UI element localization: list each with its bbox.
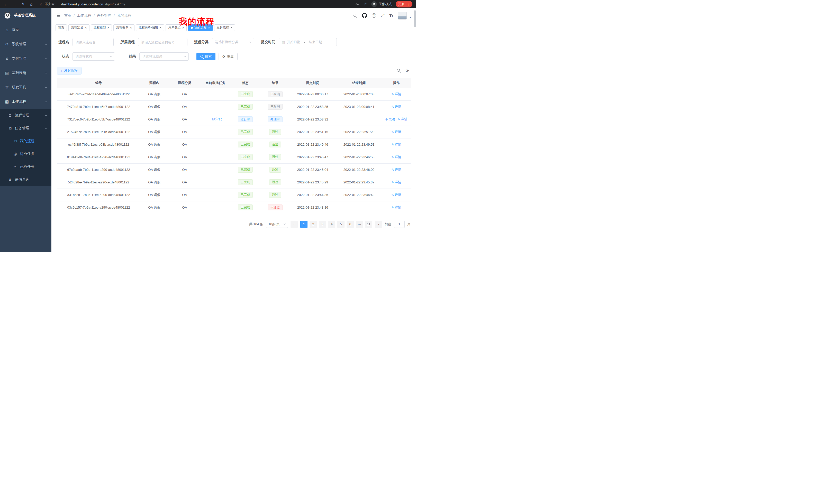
cell-current-task: 一级审批 bbox=[201, 113, 230, 125]
menu-dots-icon[interactable]: ⋮ bbox=[407, 2, 410, 6]
search-icon[interactable] bbox=[354, 14, 357, 18]
row-action-cancel[interactable]: ⊘取消 bbox=[385, 117, 395, 121]
forward-icon[interactable]: → bbox=[12, 2, 17, 6]
create-process-button[interactable]: + 发起流程 bbox=[57, 67, 81, 75]
pager-page-2[interactable]: 2 bbox=[310, 221, 317, 228]
status-tag: 已完成 bbox=[238, 91, 253, 97]
sidebar-item-leave-query[interactable]: ♟请假查询 bbox=[0, 173, 51, 186]
status-select[interactable]: 请选择状态 bbox=[73, 52, 115, 61]
close-icon[interactable]: × bbox=[208, 26, 210, 29]
sidebar-item-devtools[interactable]: ⚒研发工具 bbox=[0, 80, 51, 94]
table-refresh-icon[interactable]: ⟳ bbox=[406, 68, 409, 73]
tab-process-definition[interactable]: 流程定义× bbox=[69, 24, 89, 31]
row-action-detail[interactable]: ✎详情 bbox=[391, 92, 401, 96]
sidebar-item-workflow[interactable]: ▦工作流程 bbox=[0, 94, 51, 109]
sidebar-item-task-manage[interactable]: ⧉任务管理 bbox=[0, 122, 51, 135]
row-action-detail[interactable]: ✎详情 bbox=[391, 105, 401, 109]
pager-page-6[interactable]: 6 bbox=[346, 221, 354, 228]
row-action-detail[interactable]: ✎详情 bbox=[391, 130, 401, 134]
goto-page-input[interactable] bbox=[394, 221, 405, 228]
help-icon[interactable]: ? bbox=[372, 13, 376, 18]
pager-page-5[interactable]: 5 bbox=[337, 221, 344, 228]
next-page-button[interactable]: › bbox=[375, 221, 382, 228]
process-definition-input[interactable] bbox=[138, 38, 187, 46]
row-action-detail[interactable]: ✎详情 bbox=[398, 117, 408, 121]
prev-page-button[interactable]: ‹ bbox=[290, 221, 298, 228]
row-action-detail[interactable]: ✎详情 bbox=[391, 193, 401, 197]
avatar[interactable] bbox=[398, 12, 407, 20]
tab-user-group[interactable]: 用户分组× bbox=[165, 24, 187, 31]
address-bar[interactable]: ⚠ 不安全 dashboard.yudao.iocoder.cn/bpm/tas… bbox=[37, 1, 351, 7]
font-size-icon[interactable]: TT bbox=[389, 13, 393, 18]
row-action-detail[interactable]: ✎详情 bbox=[391, 180, 401, 185]
sidebar-collapse-icon[interactable]: ☰ bbox=[57, 13, 60, 18]
edit-icon: ✎ bbox=[391, 168, 394, 172]
tab-process-form[interactable]: 流程表单× bbox=[113, 24, 134, 31]
sidebar-item-label: 工作流程 bbox=[12, 100, 26, 104]
close-icon[interactable]: × bbox=[231, 26, 233, 29]
sidebar-item-payment-manage[interactable]: ¥支付管理 bbox=[0, 51, 51, 66]
close-icon[interactable]: × bbox=[182, 26, 184, 29]
cell-id: 3ad174fb-7b9d-11ec-8404-acde48001122 bbox=[57, 88, 140, 101]
result-tag: 处理中 bbox=[268, 116, 283, 122]
process-category-select[interactable]: 请选择流程分类 bbox=[212, 38, 254, 46]
pager-page-3[interactable]: 3 bbox=[319, 221, 326, 228]
process-name-input[interactable] bbox=[73, 38, 114, 46]
breadcrumb-item[interactable]: 首页 bbox=[64, 13, 71, 18]
sidebar-item-my-process[interactable]: ✉我的流程 bbox=[0, 135, 51, 147]
caret-down-icon[interactable]: ▾ bbox=[410, 16, 411, 19]
current-task-link[interactable]: 一级审批 bbox=[209, 117, 222, 121]
sidebar-item-home[interactable]: ⌂首页 bbox=[0, 23, 51, 37]
fullscreen-icon[interactable]: ⤢ bbox=[381, 13, 385, 18]
cell-current-task bbox=[201, 176, 230, 189]
submit-time-range-picker[interactable]: ▦ 开始日期 - 结束日期 bbox=[279, 38, 337, 46]
chevron-down-icon bbox=[110, 55, 112, 57]
sidebar-item-infrastructure[interactable]: ▤基础设施 bbox=[0, 66, 51, 80]
row-action-detail[interactable]: ✎详情 bbox=[391, 142, 401, 147]
home-icon[interactable]: ⌂ bbox=[29, 2, 34, 6]
row-action-detail[interactable]: ✎详情 bbox=[391, 167, 401, 172]
table-search-icon[interactable] bbox=[397, 69, 400, 73]
close-icon[interactable]: × bbox=[85, 26, 87, 29]
tab-home[interactable]: 首页 bbox=[55, 24, 67, 31]
status-tag: 已完成 bbox=[238, 192, 253, 198]
row-action-detail[interactable]: ✎详情 bbox=[391, 155, 401, 159]
search-button[interactable]: 搜索 bbox=[197, 53, 215, 60]
yen-icon: ¥ bbox=[5, 57, 9, 61]
pager-page-1[interactable]: 1 bbox=[300, 221, 308, 228]
update-button[interactable]: 更新 ⋮ bbox=[396, 1, 412, 7]
tab-process-form-edit[interactable]: 流程表单-编辑× bbox=[136, 24, 164, 31]
cell-id: ec45f38f-7b9a-11ec-b03b-acde48001122 bbox=[57, 138, 140, 151]
reset-button[interactable]: ⟳ 重置 bbox=[218, 53, 238, 60]
tab-start-process[interactable]: 发起流程× bbox=[214, 24, 235, 31]
chevron-down-icon bbox=[45, 72, 47, 74]
tab-my-process[interactable]: 我的流程× bbox=[188, 24, 213, 31]
tools-icon: ⚒ bbox=[5, 85, 9, 90]
sidebar-item-system-manage[interactable]: ⚙系统管理 bbox=[0, 37, 51, 51]
scrollbar-thumb[interactable] bbox=[414, 10, 416, 27]
tab-process-model[interactable]: 流程模型× bbox=[91, 24, 112, 31]
home-icon: ⌂ bbox=[5, 28, 9, 32]
cell-result: 已取消 bbox=[261, 88, 289, 101]
key-icon[interactable] bbox=[355, 2, 359, 6]
result-select[interactable]: 请选择流结果 bbox=[139, 52, 189, 61]
breadcrumb-item[interactable]: 任务管理 bbox=[97, 13, 111, 18]
sidebar-item-todo-task[interactable]: ◎待办任务 bbox=[0, 147, 51, 160]
action-label: 取消 bbox=[389, 117, 395, 121]
breadcrumb-item[interactable]: 工作流程 bbox=[77, 13, 91, 18]
pager-more-button[interactable]: ··· bbox=[356, 221, 363, 228]
pager-page-4[interactable]: 4 bbox=[328, 221, 335, 228]
cell-process-name: OA 请假 bbox=[140, 101, 168, 113]
bookmark-star-icon[interactable]: ☆ bbox=[363, 2, 368, 6]
pager-page-11[interactable]: 11 bbox=[365, 221, 372, 228]
close-icon[interactable]: × bbox=[130, 26, 132, 29]
reload-icon[interactable]: ↻ bbox=[21, 2, 25, 6]
close-icon[interactable]: × bbox=[160, 26, 162, 29]
row-action-detail[interactable]: ✎详情 bbox=[391, 205, 401, 209]
github-icon[interactable] bbox=[362, 13, 367, 18]
sidebar-item-process-manage[interactable]: ≣流程管理 bbox=[0, 109, 51, 122]
back-icon[interactable]: ← bbox=[4, 2, 8, 6]
close-icon[interactable]: × bbox=[107, 26, 109, 29]
page-size-select[interactable]: 10条/页 bbox=[266, 221, 288, 228]
sidebar-item-done-task[interactable]: ✂已办任务 bbox=[0, 160, 51, 173]
